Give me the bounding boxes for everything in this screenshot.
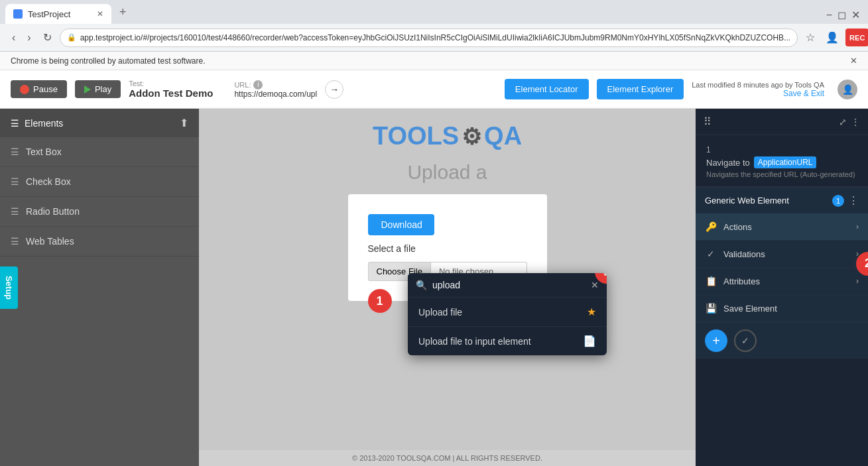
element-locator-btn[interactable]: Element Locator (505, 79, 589, 99)
pause-label: Pause (33, 84, 58, 94)
sidebar-header: ☰ Elements ⬆ (0, 109, 199, 137)
url-info-icon: i (253, 80, 263, 89)
attributes-icon: 📋 (705, 276, 717, 286)
element-explorer-btn[interactable]: Element Explorer (597, 79, 684, 99)
step-desc: Navigates the specified URL (Auto-genera… (706, 170, 857, 178)
gwel-header-actions: 1 ⋮ (832, 194, 859, 207)
forward-btn[interactable]: › (23, 29, 34, 46)
gwel-badge: 1 (832, 195, 844, 207)
browser-toolbar: ‹ › ↻ 🔒 app.testproject.io/#/projects/16… (0, 24, 868, 52)
toolbar-actions: ☆ 👤 REC ⋮ (802, 29, 868, 46)
test-name: Addon Test Demo (129, 87, 213, 99)
browser-frame: TestProject ✕ + − ◻ ✕ ‹ › ↻ 🔒 app.testpr… (0, 0, 868, 466)
add-step-btn[interactable]: + (705, 329, 727, 352)
step-number: 1 (706, 145, 711, 154)
gwel-header: Generic Web Element 1 ⋮ (696, 188, 868, 213)
gwel-panel: Generic Web Element 1 ⋮ 🔑 Actions › ✓ Va… (696, 187, 868, 359)
sidebar-title-text: Elements (25, 118, 63, 129)
last-modified-text: Last modified 8 minutes ago by Tools QA (692, 81, 824, 89)
win-close-btn[interactable]: ✕ (851, 9, 860, 21)
radiobutton-icon: ☰ (11, 206, 19, 217)
attributes-chevron: › (856, 276, 859, 286)
save-exit-link[interactable]: Save & Exit (783, 89, 824, 98)
url-section: URL: i https://demoqa.com/upl (234, 80, 317, 99)
pause-icon (20, 85, 29, 94)
action-item-save-element[interactable]: 💾 Save Element (696, 295, 868, 322)
search-input[interactable] (432, 280, 586, 290)
rec-btn[interactable]: REC (845, 29, 868, 46)
sidebar-item-webtables-label: Web Tables (26, 236, 74, 247)
refresh-btn[interactable]: ↻ (39, 29, 56, 46)
search-overlay: 3 🔍 ✕ Upload file ★ Upload file to input… (408, 273, 607, 355)
win-minimize-btn[interactable]: − (826, 9, 832, 21)
actions-icon: 🔑 (705, 221, 717, 232)
panel-options-btn[interactable]: ⋮ (851, 117, 860, 127)
validations-icon: ✓ (705, 249, 717, 259)
action-item-actions[interactable]: 🔑 Actions › (696, 213, 868, 241)
setup-tab-label: Setup (4, 275, 14, 299)
win-maximize-btn[interactable]: ◻ (837, 9, 846, 21)
setup-tab[interactable]: Setup (0, 266, 18, 308)
action-item-validations[interactable]: ✓ Validations › (696, 241, 868, 268)
sidebar-upload-btn[interactable]: ⬆ (180, 117, 188, 129)
left-sidebar: ☰ Elements ⬆ ☰ Text Box ☰ Check Box ☰ Ra… (0, 109, 199, 466)
drag-handle[interactable]: ⠿ (704, 115, 712, 128)
sidebar-item-webtables[interactable]: ☰ Web Tables (0, 227, 199, 257)
sidebar-item-radiobutton[interactable]: ☰ Radio Button (0, 197, 199, 227)
footer-text: © 2013-2020 TOOLSQA.COM | ALL RIGHTS RES… (352, 454, 542, 462)
browser-tab[interactable]: TestProject ✕ (5, 4, 111, 24)
download-btn[interactable]: Download (368, 214, 434, 235)
address-bar[interactable]: 🔒 app.testproject.io/#/projects/160010/t… (60, 29, 798, 47)
pause-btn[interactable]: Pause (11, 80, 67, 98)
checkbox-icon: ☰ (11, 176, 19, 187)
validations-label: Validations (723, 249, 765, 259)
panel-footer: + ✓ (696, 322, 868, 359)
save-element-icon: 💾 (705, 303, 717, 314)
notification-text: Chrome is being controlled by automated … (11, 56, 205, 66)
new-tab-btn[interactable]: + (114, 5, 132, 19)
url-arrow-btn[interactable]: → (325, 80, 343, 99)
search-box: 🔍 ✕ (408, 273, 607, 297)
sidebar-item-radiobutton-label: Radio Button (26, 206, 80, 217)
notification-bar: Chrome is being controlled by automated … (0, 52, 868, 70)
sidebar-item-checkbox[interactable]: ☰ Check Box (0, 167, 199, 197)
attributes-label: Attributes (723, 276, 760, 286)
textbox-icon: ☰ (11, 146, 19, 157)
webtables-icon: ☰ (11, 236, 19, 247)
search-result-upload-file[interactable]: Upload file ★ (408, 297, 607, 326)
user-avatar: 👤 (837, 80, 857, 99)
upload-heading: Upload a (407, 161, 487, 184)
sidebar-item-textbox[interactable]: ☰ Text Box (0, 137, 199, 167)
tools-logo: TOOLS ⚙ QA (373, 122, 522, 150)
url-value: https://demoqa.com/upl (234, 89, 317, 99)
sidebar-item-checkbox-label: Check Box (26, 176, 71, 187)
right-panel-header: ⠿ ⤢ ⋮ (696, 109, 868, 135)
play-icon (84, 86, 91, 93)
test-label: Test: (129, 80, 213, 87)
url-label-text: URL: (234, 81, 251, 89)
footer-bar: © 2013-2020 TOOLSQA.COM | ALL RIGHTS RES… (199, 450, 696, 466)
back-btn[interactable]: ‹ (8, 29, 19, 46)
search-result-1-text: Upload file (418, 307, 462, 318)
search-result-2-text: Upload file to input element (418, 336, 531, 347)
check-btn[interactable]: ✓ (734, 329, 757, 352)
profile-btn[interactable]: 👤 (822, 29, 843, 46)
step-content: Navigate to ApplicationURL (706, 156, 857, 168)
play-btn[interactable]: Play (75, 80, 121, 98)
logo-text: TOOLS (373, 122, 459, 150)
panel-expand-btn[interactable]: ⤢ (839, 117, 847, 127)
search-result-upload-file-input[interactable]: Upload file to input element 📄 (408, 326, 607, 355)
gwel-menu-btn[interactable]: ⋮ (848, 194, 859, 207)
panel-header-actions: ⤢ ⋮ (839, 117, 860, 127)
search-clear-btn[interactable]: ✕ (591, 280, 599, 290)
ssl-icon: 🔒 (67, 33, 76, 42)
action-item-attributes[interactable]: 📋 Attributes › (696, 268, 868, 295)
last-modified-section: Last modified 8 minutes ago by Tools QA … (692, 81, 824, 98)
tab-close-btn[interactable]: ✕ (97, 9, 103, 19)
notification-close-btn[interactable]: ✕ (850, 56, 857, 66)
badge-1: 1 (368, 289, 392, 313)
play-label: Play (95, 84, 111, 94)
file-icon: 📄 (583, 335, 596, 347)
step-row: 1 Navigate to ApplicationURL Navigates t… (696, 135, 868, 187)
bookmark-btn[interactable]: ☆ (802, 29, 819, 46)
